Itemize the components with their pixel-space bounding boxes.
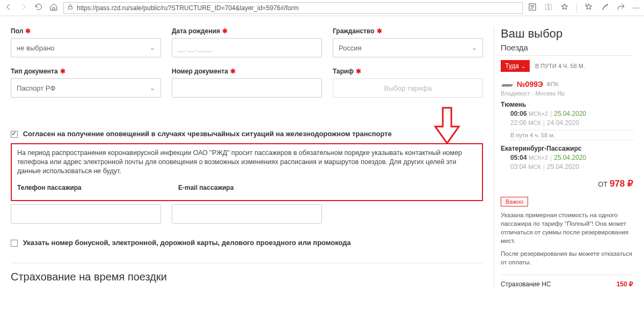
price-row: ОТ 978 ₽: [501, 178, 633, 189]
gender-label: Пол✱: [11, 27, 31, 35]
important-text-1: Указана примерная стоимость на одного па…: [501, 211, 633, 245]
to-city: Екатеринбург-Пассажирс: [501, 145, 633, 152]
back-icon[interactable]: [4, 3, 13, 13]
lock-icon: [67, 4, 74, 12]
share-icon[interactable]: [617, 3, 625, 13]
refresh-icon[interactable]: [34, 3, 43, 13]
train-operator: ФПК: [546, 81, 559, 87]
consent-checkbox[interactable]: [11, 131, 18, 138]
url-bar[interactable]: https://pass.rzd.ru/sale/public/ru?STRUC…: [63, 2, 523, 14]
insurance-price: 150 ₽: [617, 280, 633, 288]
docnumber-label: Номер документа✱: [172, 68, 236, 75]
arrow-down-icon: [434, 107, 460, 144]
doctype-label: Тип документа✱: [11, 68, 65, 75]
train-route: Владивост - Москва Яр: [501, 90, 633, 97]
train-icon: [501, 79, 514, 89]
important-badge: Важно: [501, 197, 528, 206]
from-city: Тюмень: [501, 101, 633, 108]
favorites-icon[interactable]: [584, 3, 593, 13]
reader-icon[interactable]: [528, 3, 537, 13]
direction-badge[interactable]: Туда ⌄: [501, 60, 530, 72]
insurance-label: Страхование НС: [501, 280, 551, 288]
summary-title: Ваш выбор: [501, 27, 633, 41]
insurance-row: Страхование НС 150 ₽: [501, 275, 633, 288]
important-text-2: После резервирования вы можете отказатьс…: [501, 249, 633, 267]
citizenship-select[interactable]: Россия ⌄: [333, 38, 483, 57]
doctype-select[interactable]: Паспорт РФ ⌄: [11, 78, 161, 98]
from-time-primary: 00:06 МСК+2|25.04.2020: [501, 110, 633, 117]
covid-notice-text: На период распространения коронавирусной…: [17, 149, 477, 176]
home-icon[interactable]: [49, 3, 58, 13]
docnumber-input[interactable]: [172, 78, 322, 98]
from-time-secondary: 22:06 МСК|24.04.2020: [501, 119, 633, 127]
book-icon[interactable]: [544, 3, 553, 13]
duration: В пути 4 ч. 58 м.: [510, 130, 633, 140]
chevron-down-icon: ⌄: [472, 44, 477, 51]
bonus-checkbox[interactable]: [11, 240, 18, 247]
chevron-down-icon: ⌄: [150, 84, 155, 92]
star-icon[interactable]: [560, 3, 569, 13]
insurance-section-title: Страхование на время поездки: [11, 263, 483, 283]
consent-label: Согласен на получение оповещений в случа…: [23, 130, 392, 138]
citizenship-label: Гражданство✱: [333, 27, 382, 35]
browser-toolbar: https://pass.rzd.ru/sale/public/ru?STRUC…: [0, 0, 644, 16]
bonus-label: Указать номер бонусной, электронной, дор…: [23, 239, 351, 247]
email-input[interactable]: [172, 204, 322, 224]
phone-input[interactable]: [11, 204, 161, 224]
passenger-form: Пол✱ не выбрано ⌄ Дата рождения✱ __.__._…: [11, 27, 483, 288]
email-label: E-mail пассажира: [178, 184, 233, 191]
covid-notice-box: На период распространения коронавирусной…: [11, 143, 483, 201]
birthdate-label: Дата рождения✱: [172, 27, 228, 35]
to-time-primary: 05:04 МСК+2|25.04.2020: [501, 154, 633, 161]
forward-icon[interactable]: [19, 3, 28, 13]
notes-icon[interactable]: [601, 3, 609, 13]
travel-time: В ПУТИ 4 Ч. 58 М.: [535, 63, 585, 69]
chevron-down-icon: ⌄: [150, 44, 155, 51]
order-summary: Ваш выбор Поезда Туда ⌄ В ПУТИ 4 Ч. 58 М…: [494, 27, 633, 288]
tariff-button[interactable]: Выбор тарифа: [333, 78, 483, 98]
chevron-down-icon: ⌄: [521, 63, 525, 69]
tariff-label: Тариф✱: [333, 68, 361, 75]
phone-label: Телефон пассажира: [17, 184, 82, 191]
svg-rect-0: [69, 7, 72, 10]
birthdate-input[interactable]: __.__.____: [172, 38, 322, 57]
summary-subtitle: Поезда: [501, 43, 633, 52]
url-text: https://pass.rzd.ru/sale/public/ru?STRUC…: [77, 4, 299, 12]
train-number[interactable]: №099Э: [517, 80, 543, 88]
gender-select[interactable]: не выбрано ⌄: [11, 38, 161, 57]
to-time-secondary: 03:04 МСК|25.04.2020: [501, 163, 633, 171]
menu-icon[interactable]: ⋯: [633, 4, 640, 12]
